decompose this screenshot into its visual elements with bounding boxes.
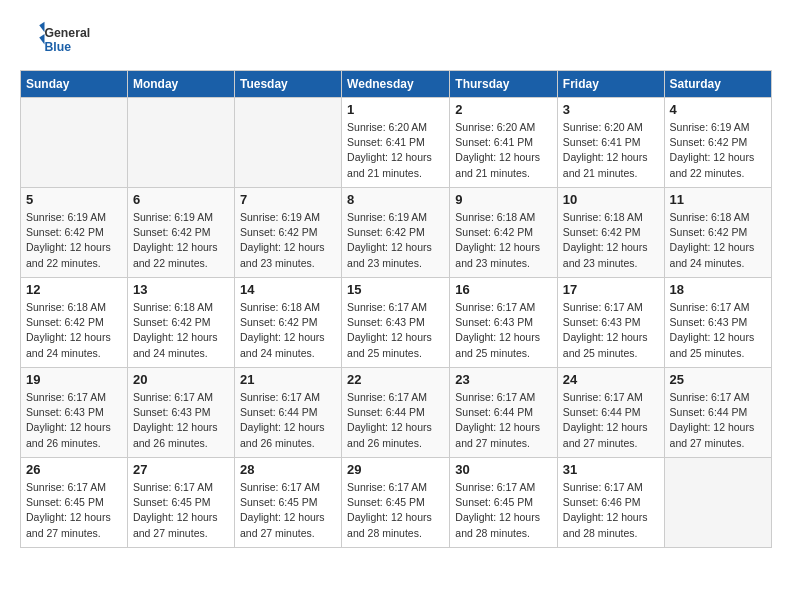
header-tuesday: Tuesday — [234, 71, 341, 98]
calendar-cell: 1Sunrise: 6:20 AMSunset: 6:41 PMDaylight… — [342, 98, 450, 188]
calendar-cell: 12Sunrise: 6:18 AMSunset: 6:42 PMDayligh… — [21, 278, 128, 368]
day-info: Sunrise: 6:19 AMSunset: 6:42 PMDaylight:… — [240, 210, 336, 271]
calendar-cell: 9Sunrise: 6:18 AMSunset: 6:42 PMDaylight… — [450, 188, 558, 278]
day-info: Sunrise: 6:17 AMSunset: 6:43 PMDaylight:… — [670, 300, 766, 361]
day-number: 28 — [240, 462, 336, 477]
svg-text:Blue: Blue — [45, 40, 72, 54]
calendar-cell: 20Sunrise: 6:17 AMSunset: 6:43 PMDayligh… — [127, 368, 234, 458]
calendar-cell — [234, 98, 341, 188]
calendar-week-row: 1Sunrise: 6:20 AMSunset: 6:41 PMDaylight… — [21, 98, 772, 188]
day-number: 25 — [670, 372, 766, 387]
day-info: Sunrise: 6:17 AMSunset: 6:44 PMDaylight:… — [563, 390, 659, 451]
day-info: Sunrise: 6:20 AMSunset: 6:41 PMDaylight:… — [347, 120, 444, 181]
calendar-cell — [664, 458, 771, 548]
day-number: 26 — [26, 462, 122, 477]
day-info: Sunrise: 6:17 AMSunset: 6:43 PMDaylight:… — [455, 300, 552, 361]
day-info: Sunrise: 6:17 AMSunset: 6:45 PMDaylight:… — [455, 480, 552, 541]
svg-marker-3 — [39, 34, 44, 45]
calendar-cell: 21Sunrise: 6:17 AMSunset: 6:44 PMDayligh… — [234, 368, 341, 458]
day-number: 21 — [240, 372, 336, 387]
calendar-cell: 7Sunrise: 6:19 AMSunset: 6:42 PMDaylight… — [234, 188, 341, 278]
day-number: 16 — [455, 282, 552, 297]
day-info: Sunrise: 6:18 AMSunset: 6:42 PMDaylight:… — [455, 210, 552, 271]
calendar-cell — [127, 98, 234, 188]
calendar-cell: 16Sunrise: 6:17 AMSunset: 6:43 PMDayligh… — [450, 278, 558, 368]
day-info: Sunrise: 6:17 AMSunset: 6:43 PMDaylight:… — [347, 300, 444, 361]
calendar-cell: 10Sunrise: 6:18 AMSunset: 6:42 PMDayligh… — [557, 188, 664, 278]
day-number: 27 — [133, 462, 229, 477]
day-info: Sunrise: 6:20 AMSunset: 6:41 PMDaylight:… — [563, 120, 659, 181]
day-number: 23 — [455, 372, 552, 387]
calendar-cell: 2Sunrise: 6:20 AMSunset: 6:41 PMDaylight… — [450, 98, 558, 188]
header-friday: Friday — [557, 71, 664, 98]
calendar-cell: 19Sunrise: 6:17 AMSunset: 6:43 PMDayligh… — [21, 368, 128, 458]
calendar-cell: 26Sunrise: 6:17 AMSunset: 6:45 PMDayligh… — [21, 458, 128, 548]
day-number: 18 — [670, 282, 766, 297]
day-number: 17 — [563, 282, 659, 297]
day-info: Sunrise: 6:17 AMSunset: 6:43 PMDaylight:… — [133, 390, 229, 451]
day-info: Sunrise: 6:17 AMSunset: 6:45 PMDaylight:… — [347, 480, 444, 541]
calendar-cell: 15Sunrise: 6:17 AMSunset: 6:43 PMDayligh… — [342, 278, 450, 368]
day-info: Sunrise: 6:17 AMSunset: 6:45 PMDaylight:… — [133, 480, 229, 541]
day-info: Sunrise: 6:17 AMSunset: 6:45 PMDaylight:… — [240, 480, 336, 541]
calendar-cell: 31Sunrise: 6:17 AMSunset: 6:46 PMDayligh… — [557, 458, 664, 548]
day-info: Sunrise: 6:18 AMSunset: 6:42 PMDaylight:… — [563, 210, 659, 271]
logo-svg: General Blue — [20, 20, 90, 60]
logo: General Blue — [20, 20, 90, 60]
calendar-cell: 22Sunrise: 6:17 AMSunset: 6:44 PMDayligh… — [342, 368, 450, 458]
calendar-week-row: 5Sunrise: 6:19 AMSunset: 6:42 PMDaylight… — [21, 188, 772, 278]
day-number: 15 — [347, 282, 444, 297]
calendar-cell: 17Sunrise: 6:17 AMSunset: 6:43 PMDayligh… — [557, 278, 664, 368]
calendar-week-row: 12Sunrise: 6:18 AMSunset: 6:42 PMDayligh… — [21, 278, 772, 368]
day-info: Sunrise: 6:18 AMSunset: 6:42 PMDaylight:… — [670, 210, 766, 271]
day-number: 24 — [563, 372, 659, 387]
day-number: 12 — [26, 282, 122, 297]
calendar-cell: 3Sunrise: 6:20 AMSunset: 6:41 PMDaylight… — [557, 98, 664, 188]
calendar-cell: 4Sunrise: 6:19 AMSunset: 6:42 PMDaylight… — [664, 98, 771, 188]
day-info: Sunrise: 6:19 AMSunset: 6:42 PMDaylight:… — [133, 210, 229, 271]
day-info: Sunrise: 6:17 AMSunset: 6:46 PMDaylight:… — [563, 480, 659, 541]
svg-marker-2 — [39, 22, 44, 33]
calendar-cell: 30Sunrise: 6:17 AMSunset: 6:45 PMDayligh… — [450, 458, 558, 548]
calendar-cell: 14Sunrise: 6:18 AMSunset: 6:42 PMDayligh… — [234, 278, 341, 368]
day-number: 8 — [347, 192, 444, 207]
header-saturday: Saturday — [664, 71, 771, 98]
calendar-cell: 28Sunrise: 6:17 AMSunset: 6:45 PMDayligh… — [234, 458, 341, 548]
calendar-cell — [21, 98, 128, 188]
calendar-cell: 13Sunrise: 6:18 AMSunset: 6:42 PMDayligh… — [127, 278, 234, 368]
day-info: Sunrise: 6:17 AMSunset: 6:44 PMDaylight:… — [670, 390, 766, 451]
header-sunday: Sunday — [21, 71, 128, 98]
day-number: 9 — [455, 192, 552, 207]
day-number: 11 — [670, 192, 766, 207]
calendar-cell: 18Sunrise: 6:17 AMSunset: 6:43 PMDayligh… — [664, 278, 771, 368]
day-number: 5 — [26, 192, 122, 207]
day-info: Sunrise: 6:19 AMSunset: 6:42 PMDaylight:… — [26, 210, 122, 271]
day-info: Sunrise: 6:19 AMSunset: 6:42 PMDaylight:… — [670, 120, 766, 181]
day-number: 10 — [563, 192, 659, 207]
day-info: Sunrise: 6:18 AMSunset: 6:42 PMDaylight:… — [26, 300, 122, 361]
day-info: Sunrise: 6:19 AMSunset: 6:42 PMDaylight:… — [347, 210, 444, 271]
header-thursday: Thursday — [450, 71, 558, 98]
day-number: 1 — [347, 102, 444, 117]
calendar-cell: 8Sunrise: 6:19 AMSunset: 6:42 PMDaylight… — [342, 188, 450, 278]
calendar-header-row: SundayMondayTuesdayWednesdayThursdayFrid… — [21, 71, 772, 98]
day-info: Sunrise: 6:17 AMSunset: 6:44 PMDaylight:… — [347, 390, 444, 451]
day-info: Sunrise: 6:17 AMSunset: 6:44 PMDaylight:… — [455, 390, 552, 451]
calendar-week-row: 26Sunrise: 6:17 AMSunset: 6:45 PMDayligh… — [21, 458, 772, 548]
day-number: 20 — [133, 372, 229, 387]
day-number: 6 — [133, 192, 229, 207]
calendar-cell: 25Sunrise: 6:17 AMSunset: 6:44 PMDayligh… — [664, 368, 771, 458]
day-number: 31 — [563, 462, 659, 477]
day-number: 2 — [455, 102, 552, 117]
day-number: 14 — [240, 282, 336, 297]
calendar-cell: 11Sunrise: 6:18 AMSunset: 6:42 PMDayligh… — [664, 188, 771, 278]
day-number: 7 — [240, 192, 336, 207]
svg-text:General: General — [45, 26, 91, 40]
calendar-cell: 6Sunrise: 6:19 AMSunset: 6:42 PMDaylight… — [127, 188, 234, 278]
calendar-week-row: 19Sunrise: 6:17 AMSunset: 6:43 PMDayligh… — [21, 368, 772, 458]
day-number: 3 — [563, 102, 659, 117]
calendar-cell: 27Sunrise: 6:17 AMSunset: 6:45 PMDayligh… — [127, 458, 234, 548]
day-info: Sunrise: 6:17 AMSunset: 6:43 PMDaylight:… — [26, 390, 122, 451]
day-number: 4 — [670, 102, 766, 117]
day-number: 19 — [26, 372, 122, 387]
